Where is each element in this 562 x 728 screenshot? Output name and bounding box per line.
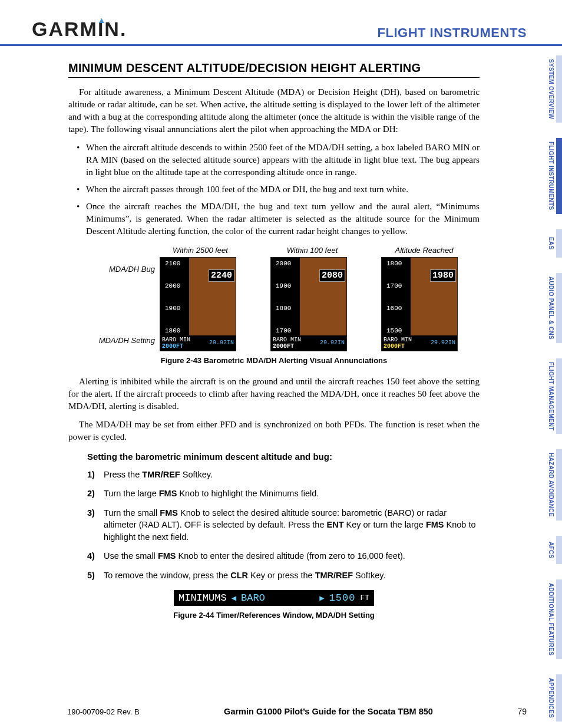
baro-min-label: BARO MIN bbox=[384, 337, 412, 343]
logo-text: GARMIN bbox=[32, 18, 120, 40]
step-key: FMS bbox=[426, 520, 444, 529]
step-text: Softkey. bbox=[353, 571, 385, 580]
step-text: Press the bbox=[104, 470, 142, 479]
scale-tick: 1800 bbox=[386, 260, 421, 267]
section-heading: MINIMUM DESCENT ALTITUDE/DECISION HEIGHT… bbox=[68, 61, 480, 78]
step-text: Turn the small bbox=[104, 508, 160, 518]
current-altitude: 2080 bbox=[319, 269, 345, 282]
tab-audio-panel-cns[interactable]: AUDIO PANEL & CNS bbox=[538, 273, 562, 343]
right-arrow-icon: ▶ bbox=[319, 593, 324, 603]
scale-tick: 2100 bbox=[165, 260, 199, 267]
baro-footer: BARO MIN 2000FT 29.92IN bbox=[160, 335, 236, 351]
step-text: Use the small bbox=[104, 551, 158, 561]
altitude-tape-3: 1800 1700 1600 1500 1980 BARO MIN 2000FT… bbox=[381, 257, 458, 351]
altitude-tape-1: 2100 2000 1900 1800 2240 BARO MIN 2000FT… bbox=[160, 257, 236, 351]
step-text: Key or turn the large bbox=[343, 520, 425, 529]
figure-caption: Figure 2-44 Timer/References Window, MDA… bbox=[68, 611, 480, 620]
step-item: Press the TMR/REF Softkey. bbox=[87, 469, 480, 481]
baro-footer: BARO MIN 2000FT 29.92IN bbox=[382, 335, 457, 351]
logo-dot: . bbox=[120, 18, 127, 40]
scale-tick: 1800 bbox=[165, 327, 199, 334]
figure-caption: Figure 2-43 Barometric MDA/DH Alerting V… bbox=[85, 356, 462, 365]
step-text: Knob to enter the desired altitude (from… bbox=[176, 551, 405, 561]
minimums-unit: FT bbox=[360, 594, 369, 602]
setting-label: MDA/DH Setting bbox=[85, 336, 155, 345]
fig-label: Altitude Reached bbox=[386, 246, 462, 255]
pressure-value: 29.92IN bbox=[320, 340, 345, 346]
logo-triangle-icon: ▲ bbox=[97, 15, 107, 25]
baro-alt-value: 2000FT bbox=[162, 343, 190, 350]
figure-side-labels: MDA/DH Bug MDA/DH Setting bbox=[85, 260, 160, 348]
procedure-heading: Setting the barometric minimum descent a… bbox=[87, 452, 480, 462]
fig-label: Within 100 feet bbox=[274, 246, 351, 255]
step-text: Turn the large bbox=[104, 489, 159, 498]
step-key: FMS bbox=[158, 551, 176, 561]
baro-alt-value: 2000FT bbox=[273, 343, 301, 350]
step-key: CLR bbox=[230, 571, 248, 580]
baro-alt-value: 2000FT bbox=[384, 343, 412, 350]
tab-additional-features[interactable]: ADDITIONAL FEATURES bbox=[538, 579, 562, 659]
chapter-title: FLIGHT INSTRUMENTS bbox=[378, 25, 527, 41]
tab-eas[interactable]: EAS bbox=[538, 229, 562, 258]
page-footer: 190-00709-02 Rev. B Garmin G1000 Pilot’s… bbox=[0, 707, 562, 716]
step-text: Knob to highlight the Minimums field. bbox=[177, 489, 319, 498]
step-key: ENT bbox=[326, 520, 343, 529]
procedure-steps: Press the TMR/REF Softkey. Turn the larg… bbox=[87, 469, 480, 582]
tab-afcs[interactable]: AFCS bbox=[538, 536, 562, 564]
pressure-value: 29.92IN bbox=[209, 340, 234, 346]
scale-tick: 1900 bbox=[276, 282, 310, 289]
baro-min-label: BARO MIN bbox=[273, 337, 301, 343]
baro-footer: BARO MIN 2000FT 29.92IN bbox=[271, 335, 346, 351]
garmin-logo: GARMIN▲. bbox=[32, 18, 127, 41]
step-key: TMR/REF bbox=[315, 571, 353, 580]
tab-flight-instruments[interactable]: FLIGHT INSTRUMENTS bbox=[538, 138, 562, 214]
intro-paragraph: For altitude awareness, a Minimum Descen… bbox=[68, 86, 480, 136]
scale-tick: 1700 bbox=[386, 282, 421, 289]
side-tabs: SYSTEM OVERVIEW FLIGHT INSTRUMENTS EAS A… bbox=[538, 55, 562, 728]
step-text: To remove the window, press the bbox=[104, 571, 230, 580]
current-altitude: 1980 bbox=[430, 269, 456, 282]
baro-min-label: BARO MIN bbox=[162, 337, 190, 343]
bullet-item: When the aircraft passes through 100 fee… bbox=[68, 183, 480, 196]
step-item: To remove the window, press the CLR Key … bbox=[87, 569, 480, 582]
page-content: MINIMUM DESCENT ALTITUDE/DECISION HEIGHT… bbox=[0, 46, 522, 620]
document-title: Garmin G1000 Pilot’s Guide for the Socat… bbox=[224, 707, 433, 716]
figure-row: MDA/DH Bug MDA/DH Setting 2100 2000 1900… bbox=[85, 257, 462, 351]
fig-label: Within 2500 feet bbox=[162, 246, 239, 255]
step-item: Use the small FMS Knob to enter the desi… bbox=[87, 550, 480, 562]
step-key: TMR/REF bbox=[142, 470, 180, 479]
scale-tick: 1600 bbox=[386, 305, 421, 312]
step-text: Softkey. bbox=[180, 470, 213, 479]
minimums-label: MINIMUMS bbox=[178, 592, 227, 604]
minimums-source: BARO bbox=[241, 592, 315, 604]
body-paragraph: The MDA/DH may be set from either PFD an… bbox=[68, 419, 480, 443]
step-key: FMS bbox=[159, 489, 177, 498]
figure-top-labels: Within 2500 feet Within 100 feet Altitud… bbox=[162, 246, 462, 255]
body-paragraph: Alerting is inhibited while the aircraft… bbox=[68, 375, 480, 413]
bullet-item: Once the aircraft reaches the MDA/DH, th… bbox=[68, 200, 480, 238]
page-number: 79 bbox=[517, 707, 527, 716]
minimums-value: 1500 bbox=[329, 592, 356, 604]
tape-scale: 2000 1900 1800 1700 bbox=[276, 260, 310, 334]
left-arrow-icon: ◀ bbox=[232, 593, 236, 603]
tab-hazard-avoidance[interactable]: HAZARD AVOIDANCE bbox=[538, 449, 562, 521]
tab-flight-management[interactable]: FLIGHT MANAGEMENT bbox=[538, 358, 562, 434]
pressure-value: 29.92IN bbox=[431, 340, 455, 346]
scale-tick: 1800 bbox=[276, 305, 310, 312]
scale-tick: 2000 bbox=[276, 260, 310, 267]
page-header: GARMIN▲. FLIGHT INSTRUMENTS bbox=[0, 0, 562, 46]
step-text: Key or press the bbox=[248, 571, 315, 580]
scale-tick: 1900 bbox=[165, 305, 199, 312]
figure-2-43: Within 2500 feet Within 100 feet Altitud… bbox=[85, 246, 462, 365]
step-item: Turn the small FMS Knob to select the de… bbox=[87, 507, 480, 543]
bullet-list: When the aircraft altitude descends to w… bbox=[68, 141, 480, 238]
tab-system-overview[interactable]: SYSTEM OVERVIEW bbox=[538, 55, 562, 123]
scale-tick: 2000 bbox=[165, 282, 199, 289]
bullet-item: When the aircraft altitude descends to w… bbox=[68, 141, 480, 179]
step-item: Turn the large FMS Knob to highlight the… bbox=[87, 487, 480, 500]
minimums-window: MINIMUMS ◀ BARO ▶ 1500FT bbox=[174, 590, 374, 606]
tape-scale: 1800 1700 1600 1500 bbox=[386, 260, 421, 334]
tape-scale: 2100 2000 1900 1800 bbox=[165, 260, 199, 334]
altitude-tape-2: 2000 1900 1800 1700 2080 BARO MIN 2000FT… bbox=[270, 257, 347, 351]
scale-tick: 1500 bbox=[386, 327, 421, 334]
